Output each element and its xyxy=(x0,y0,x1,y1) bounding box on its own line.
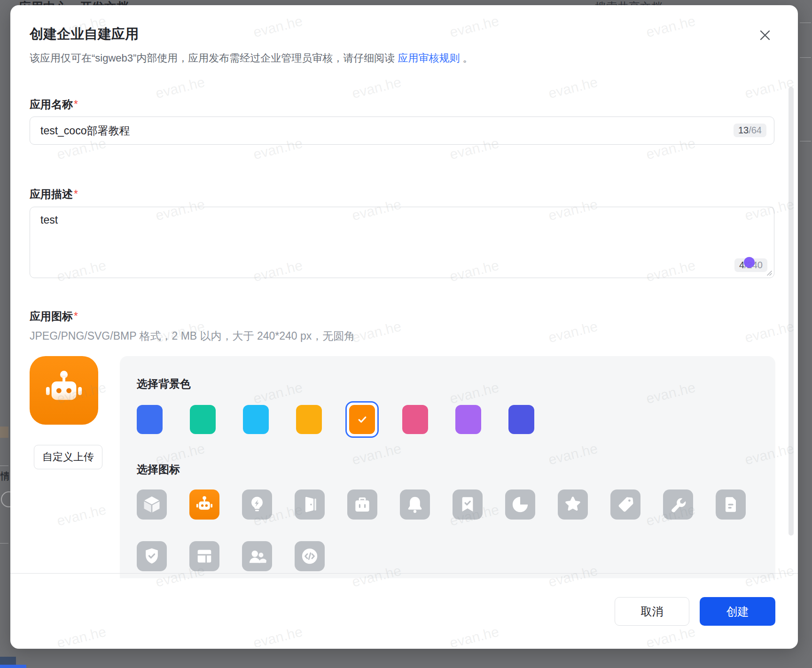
required-asterisk: * xyxy=(74,188,78,200)
robot-icon xyxy=(194,494,215,515)
background-footer-bar xyxy=(0,665,26,668)
required-asterisk: * xyxy=(74,98,78,110)
background-divider xyxy=(800,141,811,141)
door-icon xyxy=(299,494,320,515)
icon-tile-pie[interactable] xyxy=(505,489,535,520)
shield-icon xyxy=(141,546,162,567)
custom-upload-button[interactable]: 自定义上传 xyxy=(34,445,102,469)
app-desc-value: test xyxy=(40,214,58,226)
background-row-fragment xyxy=(0,427,8,438)
icon-tile-layout[interactable] xyxy=(189,541,219,571)
check-icon xyxy=(355,412,369,427)
star-icon xyxy=(562,494,583,515)
bg-color-swatch-orange[interactable] xyxy=(345,401,379,438)
modal-title: 创建企业自建应用 xyxy=(30,25,139,44)
icon-tile-document[interactable] xyxy=(716,489,746,520)
bg-color-swatch-indigo[interactable] xyxy=(508,405,534,434)
bell-icon xyxy=(405,494,425,515)
bg-color-heading: 选择背景色 xyxy=(137,377,191,391)
app-name-label: 应用名称* xyxy=(30,97,78,112)
collaborator-cursor-dot xyxy=(744,257,755,268)
background-page-header-fragment: 应用中心 开发文档 xyxy=(19,0,216,5)
icon-tile-bookmark[interactable] xyxy=(453,489,483,520)
users-icon xyxy=(247,546,267,567)
modal-subtitle: 该应用仅可在“sigweb3”内部使用，应用发布需经过企业管理员审核，请仔细阅读… xyxy=(30,51,473,65)
char-counter: 13/64 xyxy=(734,124,766,137)
icon-tile-tag[interactable] xyxy=(610,489,640,520)
bookmark-icon xyxy=(457,494,478,515)
code-icon xyxy=(299,546,320,567)
app-name-value: test_coco部署教程 xyxy=(40,124,130,138)
background-text-fragment: 情 xyxy=(0,470,9,482)
layout-icon xyxy=(194,546,215,567)
app-desc-textarea[interactable]: test 4/240 xyxy=(30,207,774,278)
screen: 应用中心 开发文档 搜索共享文档 情 创建企业自建应用 该应用仅可在“sigwe… xyxy=(0,0,812,668)
icon-tile-users[interactable] xyxy=(242,541,272,571)
app-icon-label: 应用图标* xyxy=(30,309,78,324)
required-asterisk: * xyxy=(74,310,78,322)
cancel-button[interactable]: 取消 xyxy=(615,597,689,626)
icon-format-hint: JPEG/PNG/SVG/BMP 格式，2 MB 以内，大于 240*240 p… xyxy=(30,329,355,343)
tag-icon xyxy=(615,494,636,515)
close-icon[interactable] xyxy=(756,26,774,45)
subtitle-period: 。 xyxy=(460,52,473,64)
briefcase-icon xyxy=(352,494,373,515)
cube-icon xyxy=(141,494,162,515)
icon-tile-star[interactable] xyxy=(558,489,588,520)
create-button[interactable]: 创建 xyxy=(700,597,775,626)
icon-tile-code[interactable] xyxy=(295,541,325,571)
app-name-input[interactable]: test_coco部署教程 13/64 xyxy=(30,117,774,145)
bulb-icon xyxy=(247,494,267,515)
background-divider xyxy=(800,23,811,23)
bg-color-swatch-purple[interactable] xyxy=(455,405,481,434)
background-divider xyxy=(0,466,8,466)
create-app-modal: 创建企业自建应用 该应用仅可在“sigweb3”内部使用，应用发布需经过企业管理… xyxy=(10,5,798,649)
app-icon-preview xyxy=(30,356,98,425)
wrench-icon xyxy=(668,494,688,515)
subtitle-text: 该应用仅可在“sigweb3”内部使用，应用发布需经过企业管理员审核，请仔细阅读 xyxy=(30,52,398,64)
pie-icon xyxy=(510,494,531,515)
review-rules-link[interactable]: 应用审核规则 xyxy=(398,52,460,64)
bg-color-swatch-teal[interactable] xyxy=(190,405,216,434)
app-desc-label: 应用描述* xyxy=(30,187,78,202)
icon-tile-door[interactable] xyxy=(295,489,325,520)
background-search-fragment: 搜索共享文档 xyxy=(595,0,736,5)
bg-color-swatch-blue[interactable] xyxy=(137,405,163,434)
icon-tile-bulb[interactable] xyxy=(242,489,272,520)
background-divider xyxy=(800,57,811,58)
footer-divider xyxy=(10,573,798,574)
background-divider xyxy=(0,543,8,544)
modal-scrollbar[interactable] xyxy=(789,87,794,536)
icon-tile-wrench[interactable] xyxy=(663,489,693,520)
bg-color-swatch-cyan[interactable] xyxy=(243,405,269,434)
textarea-resize-handle[interactable] xyxy=(765,269,773,276)
icon-tile-bell[interactable] xyxy=(400,489,430,520)
icon-tile-shield[interactable] xyxy=(137,541,167,571)
bg-color-swatch-amber[interactable] xyxy=(296,405,322,434)
bg-color-swatch-pink[interactable] xyxy=(402,405,428,434)
icon-tile-briefcase[interactable] xyxy=(347,489,377,520)
icon-config-panel: 选择背景色 选择图标 xyxy=(120,356,775,578)
icon-choice-heading: 选择图标 xyxy=(137,462,180,477)
document-icon xyxy=(720,494,741,515)
icon-tile-robot-selected[interactable] xyxy=(189,489,219,520)
char-counter: 4/240 xyxy=(734,258,767,272)
icon-tile-cube[interactable] xyxy=(137,489,167,520)
robot-icon xyxy=(38,364,90,417)
